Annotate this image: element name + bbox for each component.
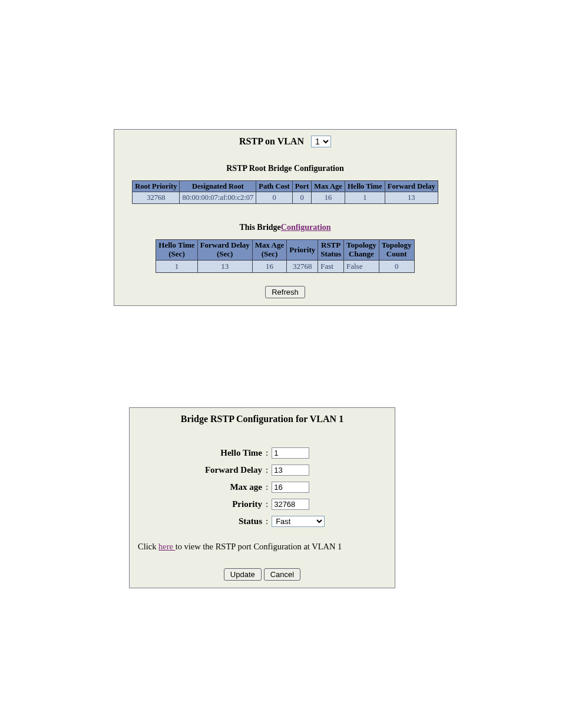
cell-hello-sec: 1 [156,261,197,273]
input-hello-time[interactable] [272,447,309,459]
panel2-title: Bridge RSTP Configuration for VLAN 1 [130,408,395,428]
here-link[interactable]: here [158,542,176,551]
th-rstp-status: RSTPStatus [318,240,344,261]
root-config-table: Root Priority Designated Root Path Cost … [132,180,438,204]
cancel-button[interactable]: Cancel [264,568,300,581]
input-forward-delay[interactable] [272,465,309,476]
cell-hello-time: 1 [345,192,385,204]
hint-pre: Click [138,542,158,551]
configuration-link[interactable]: Configuration [281,223,331,232]
row-max-age: Max age : [130,479,395,496]
th-hello-sec: Hello Time(Sec) [156,240,197,261]
cell-topo-count: 0 [379,261,414,273]
rstp-on-vlan-label: RSTP on VLAN [239,136,304,146]
th-topo-count: TopologyCount [379,240,414,261]
cell-topo-change: False [343,261,379,273]
table-header-row: Hello Time(Sec) Forward Delay(Sec) Max A… [156,240,414,261]
th-root-priority: Root Priority [133,181,180,192]
this-bridge-prefix: This Bridge [239,223,280,232]
cell-forward-delay: 13 [385,192,438,204]
th-fwd-sec: Forward Delay(Sec) [197,240,252,261]
refresh-row: Refresh [114,281,456,305]
th-hello-time: Hello Time [345,181,385,192]
label-priority: Priority [130,499,263,509]
cell-path-cost: 0 [256,192,292,204]
table-row: 32768 80:00:00:07:af:00:c2:07 0 0 16 1 1… [133,192,438,204]
th-path-cost: Path Cost [256,181,292,192]
th-designated-root: Designated Root [180,181,256,192]
bridge-rstp-config-panel: Bridge RSTP Configuration for VLAN 1 Hel… [129,407,395,588]
label-forward-delay: Forward Delay [130,465,263,475]
row-forward-delay: Forward Delay : [130,462,395,479]
cell-fwd-sec: 13 [197,261,252,273]
cell-designated-root: 80:00:00:07:af:00:c2:07 [180,192,256,204]
cell-root-priority: 32768 [133,192,180,204]
cell-priority: 32768 [287,261,318,273]
select-status[interactable]: Fast [272,516,325,527]
hint-post: to view the RSTP port Configuration at V… [176,542,342,551]
row-priority: Priority : [130,496,395,513]
rstp-vlan-panel: RSTP on VLAN 1 RSTP Root Bridge Configur… [114,129,457,306]
row-status: Status : Fast [130,513,395,530]
cell-max-age: 16 [312,192,345,204]
port-config-hint: Click here to view the RSTP port Configu… [130,531,395,564]
config-form: Hello Time : Forward Delay : Max age : P… [130,428,395,531]
cell-port: 0 [292,192,312,204]
th-forward-delay: Forward Delay [385,181,438,192]
label-status: Status [130,516,263,526]
this-bridge-title: This BridgeConfiguration [114,212,456,237]
vlan-select[interactable]: 1 [311,136,331,147]
th-max-age: Max Age [312,181,345,192]
row-hello-time: Hello Time : [130,444,395,462]
th-topo-change: TopologyChange [343,240,379,261]
bridge-table: Hello Time(Sec) Forward Delay(Sec) Max A… [156,239,414,273]
update-button[interactable]: Update [224,568,262,581]
th-maxage-sec: Max Age(Sec) [252,240,286,261]
table-header-row: Root Priority Designated Root Path Cost … [133,181,438,192]
table-row: 1 13 16 32768 Fast False 0 [156,261,414,273]
refresh-button[interactable]: Refresh [265,286,305,298]
cell-rstp-status: Fast [318,261,344,273]
cell-maxage-sec: 16 [252,261,286,273]
panel2-buttons: Update Cancel [130,564,395,588]
th-priority: Priority [287,240,318,261]
root-config-title: RSTP Root Bridge Configuration [114,162,456,178]
input-max-age[interactable] [272,482,309,493]
th-port: Port [292,181,312,192]
label-hello-time: Hello Time [130,448,263,458]
input-priority[interactable] [272,499,309,510]
panel-title-row: RSTP on VLAN 1 [114,130,456,162]
label-max-age: Max age [130,482,263,492]
